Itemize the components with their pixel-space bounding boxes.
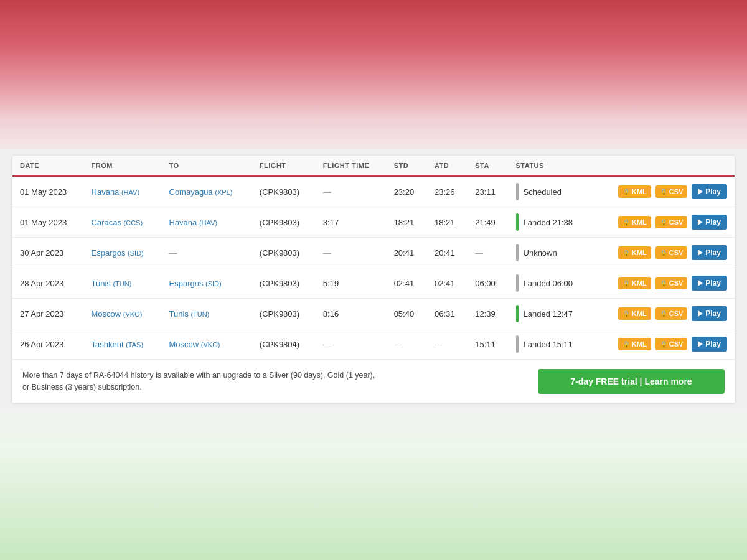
status-text: Scheduled <box>524 187 561 197</box>
to-link[interactable]: Havana (HAV) <box>169 218 218 227</box>
play-icon <box>698 280 703 286</box>
kml-button[interactable]: 🔒 KML <box>618 307 651 320</box>
cell-date: 26 Apr 2023 <box>12 329 84 360</box>
cell-actions: 🔒 KML 🔒 CSV Play <box>591 299 735 329</box>
play-icon <box>698 219 703 225</box>
col-atd: ATD <box>427 156 467 176</box>
cell-from: Moscow (VKO) <box>84 299 162 329</box>
cell-atd: — <box>427 329 467 360</box>
csv-button[interactable]: 🔒 CSV <box>655 185 688 198</box>
cell-sta: — <box>467 238 508 268</box>
cell-flight: (CPK9804) <box>252 329 316 360</box>
play-button[interactable]: Play <box>692 306 727 321</box>
lock-icon-csv: 🔒 <box>660 250 667 256</box>
cell-status: Landed 21:38 <box>509 207 591 238</box>
status-indicator <box>516 305 519 322</box>
to-link[interactable]: Espargos (SID) <box>169 279 222 288</box>
play-icon <box>698 250 703 256</box>
from-link[interactable]: Tashkent (TAS) <box>92 340 144 349</box>
play-button[interactable]: Play <box>692 245 727 260</box>
cell-from: Espargos (SID) <box>84 238 162 268</box>
cell-status: Landed 15:11 <box>509 329 591 360</box>
status-text: Landed 21:38 <box>524 218 573 227</box>
status-indicator <box>516 213 519 231</box>
col-from: FROM <box>84 156 162 176</box>
cell-std: 23:20 <box>387 176 427 207</box>
table-row: 26 Apr 2023 Tashkent (TAS) Moscow (VKO) … <box>12 329 735 360</box>
status-text: Landed 06:00 <box>524 279 573 288</box>
cell-flight: (CPK9803) <box>252 299 316 329</box>
lock-icon-csv: 🔒 <box>660 310 667 317</box>
csv-button[interactable]: 🔒 CSV <box>655 277 688 289</box>
table-row: 30 Apr 2023 Espargos (SID) — (CPK9803) —… <box>12 238 735 268</box>
kml-button[interactable]: 🔒 KML <box>618 338 651 350</box>
kml-button[interactable]: 🔒 KML <box>618 216 651 228</box>
lock-icon: 🔒 <box>622 189 630 195</box>
cell-sta: 15:11 <box>467 329 508 360</box>
csv-label: CSV <box>669 218 684 226</box>
upgrade-bar: More than 7 days of RA-64044 history is … <box>12 360 735 403</box>
to-link[interactable]: Moscow (VKO) <box>169 340 220 349</box>
flight-link[interactable]: (CPK9803) <box>260 309 299 319</box>
table-row: 01 May 2023 Havana (HAV) Comayagua (XPL)… <box>12 176 735 207</box>
play-button[interactable]: Play <box>692 184 727 199</box>
from-link[interactable]: Moscow (VKO) <box>92 309 143 319</box>
csv-button[interactable]: 🔒 CSV <box>655 246 688 259</box>
cell-actions: 🔒 KML 🔒 CSV Play <box>591 329 735 360</box>
csv-button[interactable]: 🔒 CSV <box>655 307 688 320</box>
lock-icon: 🔒 <box>622 310 630 317</box>
cell-std: 02:41 <box>387 268 427 299</box>
cell-to: Havana (HAV) <box>162 207 252 238</box>
flight-link[interactable]: (CPK9803) <box>260 279 299 288</box>
from-link[interactable]: Havana (HAV) <box>92 187 140 197</box>
lock-icon-csv: 🔒 <box>660 189 667 195</box>
from-link[interactable]: Caracas (CCS) <box>92 218 143 227</box>
csv-button[interactable]: 🔒 CSV <box>655 216 688 228</box>
csv-button[interactable]: 🔒 CSV <box>655 338 688 350</box>
col-sta: STA <box>467 156 508 176</box>
from-link[interactable]: Espargos (SID) <box>92 248 144 258</box>
play-button[interactable]: Play <box>692 276 727 291</box>
flight-table: DATE FROM TO FLIGHT FLIGHT TIME STD ATD … <box>12 156 735 360</box>
kml-label: KML <box>632 310 647 317</box>
trial-button[interactable]: 7-day FREE trial | Learn more <box>538 369 725 394</box>
status-indicator <box>516 244 519 261</box>
cell-date: 01 May 2023 <box>12 176 84 207</box>
table-row: 01 May 2023 Caracas (CCS) Havana (HAV) (… <box>12 207 735 238</box>
cell-to: — <box>162 238 252 268</box>
flight-link[interactable]: (CPK9804) <box>260 340 299 349</box>
flight-link[interactable]: (CPK9803) <box>260 187 299 197</box>
cell-date: 01 May 2023 <box>12 207 84 238</box>
play-label: Play <box>705 309 721 318</box>
kml-button[interactable]: 🔒 KML <box>618 277 651 289</box>
cell-from: Tashkent (TAS) <box>84 329 162 360</box>
play-icon <box>698 310 703 317</box>
kml-label: KML <box>632 188 647 195</box>
cell-std: — <box>387 329 427 360</box>
to-link[interactable]: Tunis (TUN) <box>169 309 210 319</box>
cell-from: Havana (HAV) <box>84 176 162 207</box>
cell-status: Landed 06:00 <box>509 268 591 299</box>
kml-button[interactable]: 🔒 KML <box>618 246 651 259</box>
play-button[interactable]: Play <box>692 337 727 352</box>
cell-flight-time: — <box>316 238 387 268</box>
cell-status: Landed 12:47 <box>509 299 591 329</box>
cell-to: Tunis (TUN) <box>162 299 252 329</box>
kml-button[interactable]: 🔒 KML <box>618 185 651 198</box>
csv-label: CSV <box>669 279 684 287</box>
flight-link[interactable]: (CPK9803) <box>260 248 299 258</box>
play-button[interactable]: Play <box>692 215 727 230</box>
cell-from: Tunis (TUN) <box>84 268 162 299</box>
main-content: DATE FROM TO FLIGHT FLIGHT TIME STD ATD … <box>0 0 747 415</box>
from-link[interactable]: Tunis (TUN) <box>92 279 132 288</box>
cell-flight-time: 5:19 <box>316 268 387 299</box>
kml-label: KML <box>632 279 647 287</box>
cell-atd: 18:21 <box>427 207 467 238</box>
cell-flight-time: 3:17 <box>316 207 387 238</box>
to-link[interactable]: Comayagua (XPL) <box>169 187 233 197</box>
cell-sta: 12:39 <box>467 299 508 329</box>
cell-date: 28 Apr 2023 <box>12 268 84 299</box>
cell-from: Caracas (CCS) <box>84 207 162 238</box>
flight-link[interactable]: (CPK9803) <box>260 218 299 227</box>
cell-flight: (CPK9803) <box>252 238 316 268</box>
